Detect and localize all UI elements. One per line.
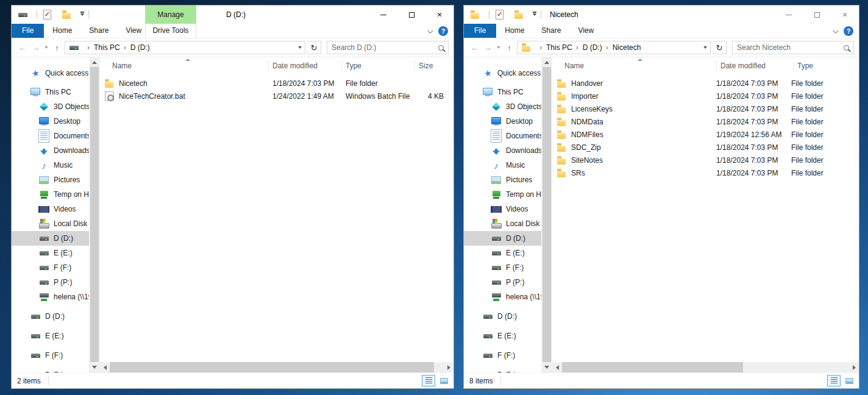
sidebar-item[interactable]: P (P:) [12, 365, 89, 372]
qat-customize-chevron-icon[interactable] [533, 13, 536, 16]
sidebar-item[interactable]: 3D Objects [464, 99, 541, 114]
sidebar-item[interactable]: Videos [464, 202, 541, 216]
help-button[interactable]: ? [844, 26, 853, 36]
file-row[interactable]: LicenseKeys 1/18/2024 7:03 PM File folde… [552, 102, 859, 115]
scrollbar-thumb[interactable] [542, 67, 551, 362]
breadcrumb[interactable]: This PCD (D:)Nicetech [517, 41, 711, 54]
scroll-left-arrow[interactable] [552, 362, 562, 372]
refresh-button[interactable]: ↻ [307, 41, 321, 54]
file-row[interactable]: Importer 1/18/2024 7:03 PM File folder [552, 90, 859, 102]
sidebar-item[interactable]: E (E:) [12, 326, 89, 346]
sidebar-vertical-scrollbar[interactable] [541, 57, 552, 372]
back-button[interactable]: ← [469, 43, 480, 52]
sidebar-item[interactable]: helena (\\198.18 [464, 290, 541, 304]
scrollbar-track[interactable] [562, 362, 849, 372]
search-input[interactable] [332, 43, 438, 52]
scroll-up-arrow-icon[interactable] [92, 61, 97, 64]
breadcrumb-item[interactable]: Nicetech [602, 43, 641, 52]
breadcrumb-dropdown-chevron-icon[interactable] [298, 46, 302, 49]
ribbon-tab[interactable]: Home [44, 24, 80, 38]
sidebar-item[interactable]: D (D:) [12, 307, 89, 326]
file-row[interactable]: Handover 1/18/2024 7:03 PM File folder [552, 77, 859, 90]
details-view-button[interactable] [827, 375, 841, 386]
scroll-up-arrow-icon[interactable] [544, 61, 549, 64]
scroll-left-arrow[interactable] [100, 362, 110, 372]
file-row[interactable]: SRs 1/18/2024 7:03 PM File folder [552, 166, 859, 179]
column-header[interactable]: Date modified [717, 60, 794, 72]
sidebar-vertical-scrollbar[interactable] [89, 57, 100, 372]
sidebar-item[interactable]: Documents [464, 129, 541, 143]
sidebar-item[interactable]: P (P:) [464, 365, 541, 372]
horizontal-scrollbar[interactable] [100, 362, 454, 372]
forward-button[interactable]: → [482, 43, 494, 52]
sidebar-item[interactable]: F (F:) [464, 346, 541, 365]
qat-customize-chevron-icon[interactable] [80, 13, 84, 16]
scroll-down-arrow-icon[interactable] [544, 366, 549, 369]
sidebar-item[interactable]: Quick access [12, 66, 89, 80]
sidebar-item[interactable]: D (D:) [12, 231, 89, 246]
properties-checklist-icon[interactable] [494, 10, 505, 20]
contextual-tab-group-label[interactable]: Manage [145, 5, 196, 24]
maximize-button[interactable] [803, 5, 831, 24]
sidebar-item[interactable]: helena (\\198.18 [12, 290, 89, 304]
ribbon-tab[interactable]: Share [533, 24, 569, 38]
sidebar-item[interactable]: E (E:) [12, 246, 89, 260]
minimize-button[interactable] [775, 5, 803, 24]
sidebar-item[interactable]: This PC [464, 85, 541, 99]
sidebar-item[interactable]: Music [464, 158, 541, 173]
breadcrumb-dropdown-chevron-icon[interactable] [703, 46, 707, 49]
ribbon-tab[interactable]: Home [496, 24, 533, 38]
ribbon-collapse-chevron-icon[interactable] [833, 27, 839, 34]
scroll-right-arrow[interactable] [444, 362, 454, 372]
breadcrumb-item[interactable]: This PC [84, 43, 120, 52]
column-header[interactable]: Type [342, 60, 415, 72]
minimize-button[interactable] [369, 5, 397, 24]
sidebar-item[interactable]: Music [12, 158, 89, 173]
sidebar-item[interactable]: F (F:) [464, 260, 541, 275]
column-header[interactable]: Name [552, 60, 717, 72]
sidebar-item[interactable]: Desktop [464, 114, 541, 129]
details-view-button[interactable] [422, 375, 435, 386]
up-button[interactable]: ↑ [503, 43, 515, 52]
breadcrumb-item[interactable]: D (D:) [120, 43, 150, 52]
maximize-button[interactable] [397, 5, 425, 24]
sidebar-item[interactable]: E (E:) [464, 246, 541, 260]
breadcrumb-item[interactable]: This PC [536, 43, 572, 52]
folder-icon[interactable] [513, 10, 524, 20]
file-row[interactable]: Nicetech 1/18/2024 7:03 PM File folder [100, 77, 454, 90]
scroll-down-arrow-icon[interactable] [92, 366, 97, 369]
column-header[interactable]: Size [415, 60, 454, 72]
sidebar-item[interactable]: Pictures [464, 173, 541, 187]
sidebar-item[interactable]: P (P:) [12, 275, 89, 290]
ribbon-tab[interactable]: View [569, 24, 602, 38]
sidebar-item[interactable]: F (F:) [12, 346, 89, 365]
close-button[interactable]: × [425, 5, 454, 24]
sidebar-item[interactable]: Temp on Helena [12, 187, 89, 202]
sidebar-item[interactable]: P (P:) [464, 275, 541, 290]
breadcrumb-item[interactable]: D (D:) [572, 43, 602, 52]
sidebar-item[interactable]: D (D:) [464, 231, 541, 246]
sidebar-item[interactable]: This PC [12, 85, 89, 99]
ribbon-collapse-chevron-icon[interactable] [427, 27, 433, 34]
ribbon-tab[interactable]: File [12, 24, 44, 38]
back-button[interactable]: ← [16, 43, 28, 52]
folder-icon[interactable] [61, 10, 72, 20]
sidebar-item[interactable]: D (D:) [464, 307, 541, 326]
file-row[interactable]: NDMFiles 1/19/2024 12:56 AM File folder [552, 128, 859, 141]
breadcrumb[interactable]: This PCD (D:) [65, 41, 305, 54]
column-header[interactable]: Type [794, 60, 859, 72]
sidebar-item[interactable]: Pictures [12, 173, 89, 187]
help-button[interactable]: ? [438, 26, 448, 36]
scrollbar-thumb[interactable] [562, 362, 743, 372]
column-header[interactable]: Date modified [269, 60, 342, 72]
sidebar-item[interactable]: Quick access [464, 66, 541, 80]
sidebar-item[interactable]: Downloads [12, 143, 89, 158]
file-row[interactable]: SDC_Zip 1/18/2024 7:03 PM File folder [552, 141, 859, 154]
search-input[interactable] [737, 43, 844, 52]
sidebar-item[interactable]: Temp on Helena [464, 187, 541, 202]
refresh-button[interactable]: ↻ [713, 41, 727, 54]
properties-checklist-icon[interactable] [41, 10, 52, 20]
sidebar-item[interactable]: Desktop [12, 114, 89, 129]
ribbon-tab[interactable]: Share [80, 24, 117, 38]
recent-locations-chevron-icon[interactable] [44, 46, 48, 49]
